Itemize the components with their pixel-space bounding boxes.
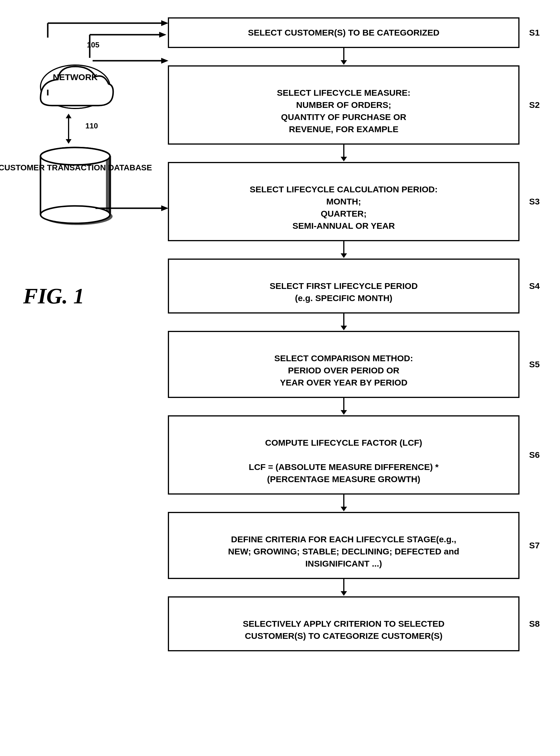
step-text-s5: SELECT COMPARISON METHOD: PERIOD OVER PE… [274, 353, 413, 387]
step-label-s2: S2 [519, 100, 543, 110]
step-text-s6: COMPUTE LIFECYCLE FACTOR (LCF) LCF = (AB… [249, 438, 439, 484]
step-box-s6: COMPUTE LIFECYCLE FACTOR (LCF) LCF = (AB… [168, 415, 519, 495]
network-label: NETWORK [53, 72, 98, 82]
step-box-s3: SELECT LIFECYCLE CALCULATION PERIOD: MON… [168, 162, 519, 241]
fig-label: FIG. 1 [23, 284, 84, 309]
svg-point-17 [41, 206, 110, 223]
arrow-s5-s6 [168, 398, 519, 415]
database-cylinder: CUSTOMER TRANSACTION DATABASE [32, 145, 119, 227]
svg-marker-21 [159, 32, 166, 38]
label-105: 105 [87, 41, 99, 49]
step-label-s7: S7 [519, 541, 543, 550]
step-row-s8: SELECTIVELY APPLY CRITERION TO SELECTED … [168, 596, 543, 651]
step-box-s7: DEFINE CRITERIA FOR EACH LIFECYCLE STAGE… [168, 512, 519, 579]
db-label: CUSTOMER TRANSACTION DATABASE [0, 162, 152, 173]
step-label-s6: S6 [519, 450, 543, 460]
step-box-s2: SELECT LIFECYCLE MEASURE: NUMBER OF ORDE… [168, 65, 519, 145]
page-container: 105 NETWORK [0, 0, 560, 756]
network-cloud: NETWORK [35, 58, 116, 114]
step-label-s5: S5 [519, 359, 543, 369]
step-box-s8: SELECTIVELY APPLY CRITERION TO SELECTED … [168, 596, 519, 651]
step-row-s3: SELECT LIFECYCLE CALCULATION PERIOD: MON… [168, 162, 543, 241]
arrow-s6-s7 [168, 495, 519, 512]
step-box-s5: SELECT COMPARISON METHOD: PERIOD OVER PE… [168, 331, 519, 398]
step-text-s2: SELECT LIFECYCLE MEASURE: NUMBER OF ORDE… [277, 88, 411, 134]
step-text-s1: SELECT CUSTOMER(S) TO BE CATEGORIZED [248, 28, 440, 37]
svg-marker-30 [161, 20, 168, 26]
step-text-s3: SELECT LIFECYCLE CALCULATION PERIOD: MON… [250, 185, 438, 231]
step-box-s1: SELECT CUSTOMER(S) TO BE CATEGORIZED [168, 17, 519, 48]
step-row-s2: SELECT LIFECYCLE MEASURE: NUMBER OF ORDE… [168, 65, 543, 145]
label-110: 110 [85, 122, 98, 130]
arrow-s1-s2 [168, 48, 519, 65]
step-row-s4: SELECT FIRST LIFECYCLE PERIOD (e.g. SPEC… [168, 258, 543, 314]
step-label-s4: S4 [519, 281, 543, 291]
step-label-s8: S8 [519, 619, 543, 629]
step-row-s1: SELECT CUSTOMER(S) TO BE CATEGORIZED S1 [168, 17, 543, 48]
step-text-s7: DEFINE CRITERIA FOR EACH LIFECYCLE STAGE… [228, 534, 459, 568]
svg-marker-27 [161, 205, 168, 211]
step-row-s6: COMPUTE LIFECYCLE FACTOR (LCF) LCF = (AB… [168, 415, 543, 495]
arrow-s3-s4 [168, 241, 519, 258]
arrow-s2-s3 [168, 145, 519, 162]
step-text-s8: SELECTIVELY APPLY CRITERION TO SELECTED … [243, 619, 444, 640]
arrow-s7-s8 [168, 579, 519, 596]
step-row-s5: SELECT COMPARISON METHOD: PERIOD OVER PE… [168, 331, 543, 398]
step-label-s3: S3 [519, 197, 543, 207]
step-row-s7: DEFINE CRITERIA FOR EACH LIFECYCLE STAGE… [168, 512, 543, 579]
step-label-s1: S1 [519, 28, 543, 38]
step-box-s4: SELECT FIRST LIFECYCLE PERIOD (e.g. SPEC… [168, 258, 519, 314]
vert-arrow-network-db [68, 117, 69, 140]
svg-marker-24 [161, 58, 168, 64]
step-text-s4: SELECT FIRST LIFECYCLE PERIOD (e.g. SPEC… [270, 281, 418, 303]
flowchart: SELECT CUSTOMER(S) TO BE CATEGORIZED S1 … [168, 17, 543, 651]
arrow-s4-s5 [168, 314, 519, 331]
